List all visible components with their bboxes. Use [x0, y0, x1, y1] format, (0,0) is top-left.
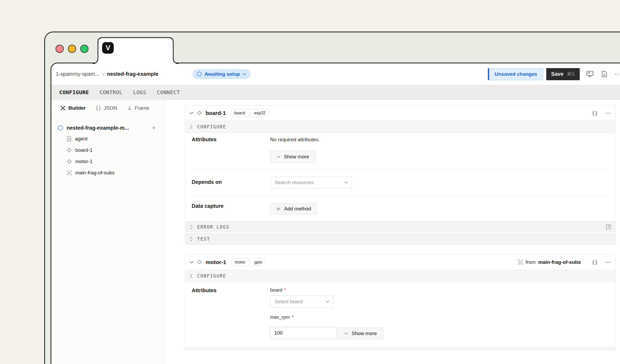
attributes-label: Attributes — [192, 136, 270, 163]
motor-1-header-actions: from main-frag-of-subs {} ⋯ — [518, 259, 611, 266]
board-test-bar[interactable]: TEST — [185, 233, 615, 244]
json-toggle-icon[interactable]: {} — [592, 110, 598, 116]
app-content: 1-spammy-spam... › nested-frag-example A… — [51, 63, 620, 364]
configure-body: Builder {} JSON Frame — [51, 100, 620, 364]
json-toggle-icon[interactable]: {} — [592, 259, 598, 265]
unsaved-changes-button[interactable]: Unsaved changes — [488, 68, 543, 80]
zoom-window-button[interactable] — [80, 45, 88, 53]
traffic-lights — [56, 45, 88, 53]
motor-attributes-row: Attributes board * Select board — [185, 282, 615, 347]
unfold-section-icon — [190, 237, 193, 241]
save-label: Save — [551, 71, 564, 77]
board-depends-on-row: Depends on Search resources — [185, 170, 615, 195]
frame-axis-icon — [127, 105, 132, 111]
motor-1-card-header: motor-1 motor gpio from — [185, 255, 615, 270]
max-rpm-field-label: max_rpm * — [270, 315, 615, 320]
unfold-section-icon — [190, 225, 193, 229]
board-data-capture-row: Data capture Add method — [185, 195, 615, 221]
motor-configure-section-bar[interactable]: CONFIGURE — [185, 270, 615, 282]
mode-builder[interactable]: Builder — [60, 105, 86, 111]
component-diamond-icon — [197, 110, 202, 115]
required-asterisk: * — [292, 315, 294, 320]
tab-configure[interactable]: CONFIGURE — [59, 89, 89, 95]
mode-frame[interactable]: Frame — [127, 105, 149, 111]
mode-json[interactable]: {} JSON — [95, 105, 117, 111]
chevron-down-icon — [344, 181, 348, 184]
tree-item-main-frag-of-subs[interactable]: main-frag-of-subs — [67, 167, 164, 178]
section-label: CONFIGURE — [197, 273, 226, 279]
close-window-button[interactable] — [56, 45, 64, 53]
save-button[interactable]: Save ⌘S — [546, 68, 580, 80]
required-asterisk: * — [284, 287, 286, 293]
fold-section-icon — [190, 274, 193, 278]
max-rpm-input[interactable] — [270, 327, 337, 339]
pill-divider-icon — [249, 259, 251, 266]
depends-on-select[interactable]: Search resources — [270, 177, 352, 188]
pill-divider-icon — [249, 109, 251, 117]
next-section-edge — [185, 347, 615, 350]
tab-control[interactable]: CONTROL — [100, 89, 123, 95]
plus-icon — [276, 207, 281, 211]
tree-item-label: agent — [75, 136, 88, 142]
mode-json-label: JSON — [104, 105, 117, 111]
attributes-label: Attributes — [192, 287, 270, 340]
section-label: ERROR LOGS — [197, 224, 229, 230]
logs-document-icon[interactable] — [602, 71, 607, 77]
field-label-text: max_rpm — [270, 315, 290, 320]
tree-root-label: nested-frag-example-m... — [67, 125, 129, 131]
fold-section-icon — [190, 124, 193, 129]
component-type-model-pill: board esp32 — [231, 109, 269, 117]
browser-window: V 1-spammy-spam... › nested-frag-example… — [44, 32, 620, 364]
tree-root-machine[interactable]: nested-frag-example-m... — [57, 124, 164, 132]
add-resource-button[interactable]: + — [152, 125, 156, 131]
show-more-button[interactable]: Show more — [338, 327, 383, 340]
collapse-card-chevron-icon[interactable] — [189, 112, 194, 114]
component-diamond-icon — [67, 159, 72, 164]
tab-connect[interactable]: CONNECT — [157, 89, 180, 95]
board-error-logs-bar[interactable]: ERROR LOGS — [185, 221, 615, 232]
component-type: motor — [231, 260, 249, 265]
machine-status-badge[interactable]: Awaiting setup — [193, 69, 250, 79]
card-more-menu[interactable]: ⋯ — [605, 259, 611, 266]
resource-tree: nested-frag-example-m... + agent — [51, 116, 164, 178]
board-configure-section-bar[interactable]: CONFIGURE — [185, 120, 615, 133]
tree-item-board-1[interactable]: board-1 — [67, 144, 164, 156]
tree-item-label: board-1 — [75, 147, 93, 153]
breadcrumb-parent[interactable]: 1-spammy-spam... — [56, 71, 100, 77]
component-name: board-1 — [206, 110, 226, 116]
machine-header: 1-spammy-spam... › nested-frag-example A… — [51, 63, 620, 85]
chevron-down-icon — [326, 301, 329, 303]
status-badge-label: Awaiting setup — [205, 71, 240, 77]
awaiting-spinner-icon — [196, 71, 202, 77]
show-more-button[interactable]: Show more — [270, 151, 316, 163]
select-board-dropdown[interactable]: Select board — [270, 296, 333, 308]
tree-children: agent board-1 motor-1 — [57, 133, 164, 178]
chevron-down-icon — [277, 156, 280, 158]
tree-item-motor-1[interactable]: motor-1 — [67, 156, 164, 167]
tab-logs[interactable]: LOGS — [133, 89, 146, 95]
depends-on-placeholder: Search resources — [275, 180, 314, 185]
section-label: TEST — [197, 236, 210, 242]
card-more-menu[interactable]: ⋯ — [605, 109, 611, 117]
component-diamond-icon — [197, 260, 202, 265]
breadcrumb-machine-name[interactable]: nested-frag-example — [107, 71, 158, 77]
header-more-menu[interactable]: ⋯ — [615, 70, 620, 78]
minimize-window-button[interactable] — [68, 45, 76, 53]
data-capture-label: Data capture — [192, 203, 270, 215]
add-method-button[interactable]: Add method — [270, 203, 317, 215]
board-attributes-row: Attributes No required attributes. Show … — [185, 133, 615, 170]
motor-1-card: motor-1 motor gpio from — [185, 254, 615, 350]
viam-logo-letter: V — [106, 44, 110, 52]
mode-builder-label: Builder — [68, 105, 86, 111]
machine-nav-tabs: CONFIGURE CONTROL LOGS CONNECT — [51, 85, 620, 100]
agent-file-icon — [67, 136, 72, 141]
open-logs-external-icon[interactable] — [606, 224, 611, 230]
depends-on-label: Depends on — [192, 177, 270, 188]
machine-monitor-icon[interactable] — [586, 71, 593, 77]
view-mode-switcher: Builder {} JSON Frame — [51, 100, 164, 116]
add-method-label: Add method — [284, 206, 311, 212]
component-model: esp32 — [251, 111, 269, 115]
from-prefix: from — [526, 259, 536, 265]
collapse-card-chevron-icon[interactable] — [189, 261, 194, 263]
tree-item-agent[interactable]: agent — [67, 133, 164, 144]
